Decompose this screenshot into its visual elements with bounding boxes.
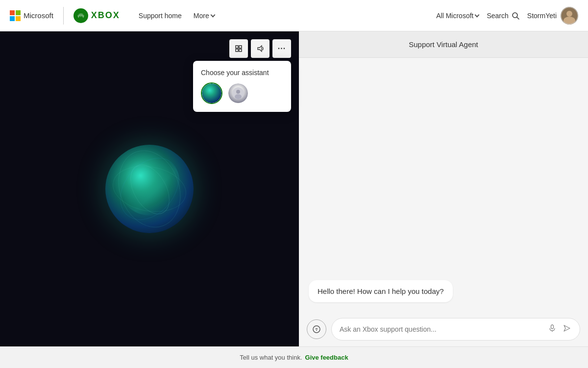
more-chevron-icon	[210, 12, 215, 17]
microphone-button[interactable]	[547, 323, 557, 335]
search-label: Search	[487, 12, 508, 20]
nav-right: All Microsoft Search StormYeti	[436, 7, 578, 25]
footer-text: Tell us what you think.	[240, 354, 302, 361]
assistant-chooser-popup: Choose your assistant	[193, 61, 291, 112]
video-controls: ···	[229, 39, 291, 58]
chat-text-input[interactable]	[340, 325, 543, 333]
chat-panel: Support Virtual Agent Hello there! How c…	[299, 31, 588, 346]
all-microsoft-label: All Microsoft	[436, 12, 473, 20]
search-button[interactable]: Search	[487, 12, 519, 20]
svg-point-19	[316, 330, 317, 331]
chat-header: Support Virtual Agent	[299, 31, 588, 58]
more-label: More	[194, 12, 209, 20]
ms-grid-icon	[10, 10, 21, 21]
orb-sphere	[105, 145, 194, 233]
svg-point-17	[109, 147, 191, 231]
svg-rect-8	[239, 46, 242, 48]
virtual-agent-video-panel: ··· Choose your assistant	[0, 31, 299, 346]
nav-divider	[63, 7, 64, 25]
give-feedback-link[interactable]: Give feedback	[305, 354, 348, 361]
svg-rect-9	[236, 49, 238, 52]
navbar: Microsoft XBOX Support home More All Mic…	[0, 0, 588, 31]
ellipsis-icon: ···	[278, 44, 286, 53]
footer: Tell us what you think. Give feedback	[0, 346, 588, 368]
all-microsoft-link[interactable]: All Microsoft	[436, 12, 479, 20]
xbox-circle-icon	[74, 8, 88, 23]
svg-point-18	[313, 326, 320, 333]
microphone-icon	[548, 324, 556, 332]
svg-point-14	[235, 94, 242, 99]
fullscreen-icon	[235, 45, 243, 53]
assistant-options	[201, 82, 283, 104]
support-home-link[interactable]: Support home	[134, 8, 187, 24]
all-microsoft-chevron-icon	[475, 12, 480, 17]
xbox-logo[interactable]: XBOX	[74, 8, 120, 23]
svg-point-15	[108, 145, 190, 233]
svg-point-13	[236, 90, 240, 94]
chat-input-box	[331, 318, 580, 341]
nav-links: Support home More	[134, 8, 220, 24]
chat-add-button[interactable]	[307, 319, 326, 339]
main-content: ··· Choose your assistant	[0, 31, 588, 346]
svg-rect-20	[551, 325, 554, 329]
assistant-chooser-title: Choose your assistant	[201, 69, 283, 77]
sound-button[interactable]	[251, 39, 270, 58]
orb-visual	[105, 145, 194, 233]
svg-rect-7	[236, 46, 238, 48]
fullscreen-button[interactable]	[229, 39, 248, 58]
user-section[interactable]: StormYeti	[527, 7, 578, 25]
chat-header-title: Support Virtual Agent	[409, 40, 478, 49]
more-link[interactable]: More	[189, 8, 220, 24]
svg-point-5	[564, 17, 575, 25]
microsoft-label: Microsoft	[24, 11, 53, 20]
svg-point-16	[109, 161, 189, 217]
microsoft-logo[interactable]: Microsoft	[10, 10, 53, 21]
orb-assistant-icon	[202, 83, 221, 103]
more-options-button[interactable]: ···	[272, 39, 291, 58]
svg-rect-10	[239, 49, 242, 52]
search-icon	[512, 12, 519, 20]
chat-input-area	[299, 312, 588, 346]
username-label: StormYeti	[527, 12, 557, 20]
svg-marker-11	[258, 46, 262, 52]
sound-icon	[256, 45, 264, 53]
assistant-option-orb[interactable]	[201, 82, 222, 104]
chat-input-icons	[547, 323, 572, 335]
user-avatar	[561, 7, 578, 25]
send-button[interactable]	[562, 323, 572, 335]
chat-add-icon	[312, 325, 321, 334]
svg-marker-22	[564, 325, 570, 331]
chat-greeting-text: Hello there! How can I help you today?	[318, 287, 444, 295]
cortana-assistant-icon	[228, 83, 248, 103]
cortana-svg-icon	[232, 87, 245, 100]
chat-greeting-bubble: Hello there! How can I help you today?	[309, 280, 453, 302]
chat-messages: Hello there! How can I help you today?	[299, 58, 588, 312]
orb-overlay-svg	[105, 145, 194, 233]
xbox-svg-icon	[76, 11, 86, 21]
svg-point-4	[566, 11, 572, 17]
avatar-image	[561, 7, 578, 25]
assistant-option-cortana[interactable]	[227, 82, 249, 104]
send-icon	[563, 324, 571, 332]
svg-line-2	[517, 17, 519, 19]
xbox-label: XBOX	[91, 10, 120, 21]
